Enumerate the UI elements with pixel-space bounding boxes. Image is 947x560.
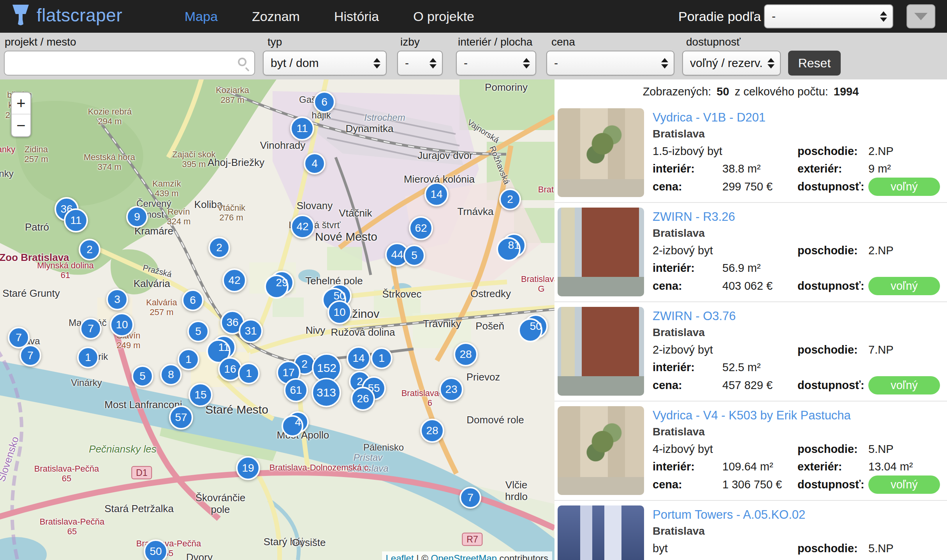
cluster-marker[interactable]: 4: [287, 411, 309, 433]
listing-type: 4-izbový byt: [653, 443, 797, 456]
floor-label: poschodie:: [797, 343, 868, 356]
total-label: z celkového počtu:: [735, 85, 828, 98]
cluster-marker[interactable]: 1: [178, 349, 199, 370]
sort-by-select[interactable]: -: [764, 4, 893, 28]
cluster-marker[interactable]: 9: [126, 206, 148, 228]
listing-card[interactable]: ZWIRN - O3.76 Bratislava 2-izbový byt po…: [554, 302, 947, 402]
zoom-out-button[interactable]: −: [12, 114, 30, 136]
sort-direction-button[interactable]: [907, 4, 935, 28]
cluster-marker[interactable]: 29: [270, 271, 294, 295]
nav-item-zoznam[interactable]: Zoznam: [235, 9, 317, 24]
listing-title-link[interactable]: Portum Towers - A.05.KO.02: [653, 508, 805, 522]
cluster-marker[interactable]: 23: [439, 377, 463, 402]
cluster-marker[interactable]: 3: [106, 289, 128, 310]
map-canvas[interactable]: PomorinyKoziarka 287 mGašhájikDynamitkaI…: [0, 79, 554, 560]
availability-badge: voľný: [868, 376, 940, 394]
cluster-marker[interactable]: 8: [160, 364, 182, 386]
listing-photo[interactable]: [558, 505, 644, 560]
listing-title-link[interactable]: ZWIRN - R3.26: [653, 210, 735, 224]
openstreetmap-link[interactable]: OpenStreetMap: [431, 553, 497, 560]
cluster-marker[interactable]: 1: [77, 347, 99, 368]
listing-card[interactable]: Vydrica - V4 - K503 by Erik Pastucha Bra…: [554, 402, 947, 501]
search-icon: [238, 58, 246, 66]
brand-logo[interactable]: flatscraper: [10, 4, 122, 26]
chevron-down-icon: [914, 13, 928, 20]
cluster-marker[interactable]: 26: [351, 387, 375, 411]
cluster-marker[interactable]: 6: [313, 91, 335, 113]
cluster-marker[interactable]: 2: [499, 188, 521, 210]
listing-card[interactable]: Portum Towers - A.05.KO.02 Bratislava by…: [554, 501, 947, 560]
listing-type: byt: [653, 542, 797, 555]
cluster-marker[interactable]: 19: [236, 456, 260, 480]
cluster-marker[interactable]: 31: [239, 319, 263, 343]
shown-label: Zobrazených:: [643, 85, 711, 98]
cluster-marker[interactable]: 50: [524, 314, 548, 338]
listing-photo[interactable]: [558, 208, 644, 296]
listing-photo[interactable]: [558, 108, 644, 197]
listing-title-link[interactable]: Vydrica - V4 - K503 by Erik Pastucha: [653, 409, 851, 423]
type-select-value: byt / dom: [271, 56, 319, 70]
cluster-marker[interactable]: 50: [144, 539, 168, 560]
floor-label: poschodie:: [797, 244, 868, 257]
cluster-marker[interactable]: 14: [424, 182, 449, 206]
cluster-marker[interactable]: 11: [290, 116, 314, 141]
cluster-marker[interactable]: 1: [238, 363, 260, 384]
cluster-marker[interactable]: 7: [80, 318, 102, 340]
project-city-search-input[interactable]: [10, 53, 228, 73]
cluster-marker[interactable]: 5: [187, 321, 209, 342]
cluster-marker[interactable]: 28: [454, 342, 478, 366]
nav-item-o-projekte[interactable]: O projekte: [396, 9, 491, 24]
attribution-rest: contributors: [497, 553, 548, 560]
cluster-marker[interactable]: 7: [19, 345, 41, 366]
listing-card[interactable]: ZWIRN - R3.26 Bratislava 2-izbový byt po…: [554, 203, 947, 302]
cluster-marker[interactable]: 10: [327, 300, 352, 324]
listing-body: ZWIRN - R3.26 Bratislava 2-izbový byt po…: [653, 203, 942, 301]
rooms-select-value: -: [405, 56, 409, 70]
results-header: Zobrazených: 50 z celkového počtu: 1994: [554, 79, 947, 104]
listing-photo[interactable]: [558, 406, 644, 495]
reset-button[interactable]: Reset: [788, 51, 841, 76]
cluster-marker[interactable]: 57: [169, 405, 193, 430]
cluster-marker[interactable]: 313: [312, 378, 341, 407]
type-select[interactable]: byt / dom: [263, 51, 387, 76]
floor-label: poschodie:: [797, 542, 868, 555]
interior-area-select[interactable]: -: [456, 51, 536, 76]
cluster-marker[interactable]: 62: [409, 216, 433, 240]
availability-select-value: voľný / rezerv.: [690, 56, 763, 70]
price-select[interactable]: -: [546, 51, 674, 76]
rooms-select[interactable]: -: [397, 51, 443, 76]
cluster-marker[interactable]: 15: [188, 383, 213, 407]
cluster-marker[interactable]: 81: [502, 233, 526, 257]
cluster-marker[interactable]: 5: [132, 365, 153, 387]
cluster-marker[interactable]: 6: [182, 289, 204, 311]
listing-card[interactable]: Vydrica - V1B - D201 Bratislava 1.5-izbo…: [554, 104, 947, 203]
leaflet-link[interactable]: Leaflet: [386, 553, 414, 560]
nav-item-mapa[interactable]: Mapa: [167, 9, 235, 24]
listing-photo[interactable]: [558, 307, 644, 396]
cluster-marker[interactable]: 14: [347, 346, 371, 370]
map-zoom-control: + −: [11, 92, 31, 137]
shown-count: 50: [716, 85, 729, 98]
cluster-marker[interactable]: 2: [208, 237, 230, 259]
cluster-marker[interactable]: 1: [371, 347, 393, 369]
cluster-marker[interactable]: 4: [304, 153, 326, 174]
cluster-marker[interactable]: 61: [284, 378, 308, 402]
cluster-marker[interactable]: 10: [110, 313, 134, 337]
cluster-marker[interactable]: 2: [79, 239, 100, 261]
floor-value: 5.NP: [868, 542, 942, 555]
cluster-marker[interactable]: 42: [222, 268, 246, 292]
availability-select[interactable]: voľný / rezerv.: [682, 51, 781, 76]
listing-title-link[interactable]: ZWIRN - O3.76: [653, 309, 736, 323]
cluster-marker[interactable]: 5: [403, 245, 425, 266]
cluster-marker[interactable]: 11: [212, 335, 236, 359]
cluster-marker[interactable]: 28: [420, 419, 444, 443]
cluster-marker[interactable]: 42: [290, 215, 315, 239]
zoom-in-button[interactable]: +: [12, 93, 30, 114]
price-label: cena:: [653, 379, 722, 392]
cluster-marker[interactable]: 7: [459, 487, 481, 509]
cluster-marker[interactable]: 11: [64, 208, 88, 232]
availability-badge: voľný: [868, 178, 940, 196]
listing-title-link[interactable]: Vydrica - V1B - D201: [653, 111, 766, 125]
nav-item-historia[interactable]: História: [317, 9, 396, 24]
interior-label: interiér:: [653, 262, 722, 275]
